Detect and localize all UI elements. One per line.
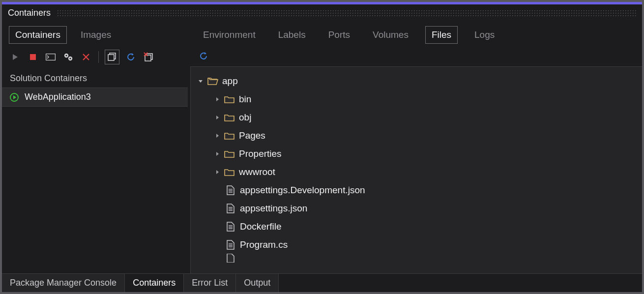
svg-marker-19 [199, 80, 203, 83]
svg-marker-22 [216, 134, 219, 138]
svg-marker-11 [132, 53, 134, 56]
svg-rect-13 [145, 55, 151, 61]
file-icon [225, 254, 236, 263]
tab-containers[interactable]: Containers [9, 26, 67, 44]
file-tree-panel: app bin obj Pages [190, 66, 642, 273]
tree-label: obj [239, 112, 251, 123]
folder-icon [224, 148, 235, 159]
folder-icon [224, 94, 235, 105]
tree-label: app [222, 76, 238, 87]
tree-file-dockerfile[interactable]: Dockerfile [195, 217, 638, 235]
container-item-label: WebApplication3 [25, 92, 91, 102]
bottom-tab-output[interactable]: Output [236, 274, 279, 292]
file-tree[interactable]: app bin obj Pages [191, 67, 642, 267]
containers-tool-window: Containers Containers Images [2, 2, 642, 292]
caret-right-icon[interactable] [214, 133, 220, 138]
folder-icon [224, 112, 235, 123]
tab-ports[interactable]: Ports [322, 27, 356, 43]
right-panel: Environment Labels Ports Volumes Files L… [188, 21, 642, 273]
tree-folder-pages[interactable]: Pages [195, 126, 638, 145]
tree-folder-wwwroot[interactable]: wwwroot [195, 163, 638, 181]
tree-label: appsettings.Development.json [240, 185, 365, 196]
svg-marker-17 [13, 95, 16, 99]
tree-folder-obj[interactable]: obj [195, 108, 638, 126]
tree-folder-bin[interactable]: bin [195, 90, 638, 108]
container-list: WebApplication3 [2, 88, 188, 273]
file-icon [225, 221, 236, 232]
tree-file-appsettings-dev[interactable]: appsettings.Development.json [195, 181, 638, 199]
content-toolbar [188, 48, 642, 66]
tree-label: appsettings.json [240, 203, 307, 214]
refresh-icon[interactable] [124, 51, 137, 63]
caret-right-icon[interactable] [214, 170, 220, 175]
folder-icon [224, 167, 235, 177]
file-icon [225, 239, 236, 250]
tree-file-truncated[interactable] [195, 254, 638, 263]
terminal-icon[interactable] [44, 51, 57, 63]
caret-right-icon[interactable] [214, 97, 220, 102]
content-tabs: Environment Labels Ports Volumes Files L… [188, 21, 642, 48]
tab-logs[interactable]: Logs [468, 27, 500, 43]
panel-title: Containers [8, 8, 51, 18]
tab-volumes[interactable]: Volumes [367, 27, 414, 43]
bottom-tab-strip: Package Manager Console Containers Error… [2, 273, 642, 292]
tab-labels[interactable]: Labels [272, 27, 312, 43]
windows-icon[interactable] [105, 50, 119, 64]
caret-right-icon[interactable] [214, 151, 220, 156]
bottom-tab-containers[interactable]: Containers [125, 274, 184, 292]
bottom-tab-errorlist[interactable]: Error List [184, 274, 236, 292]
left-panel: Containers Images [2, 21, 188, 273]
left-top-tabs: Containers Images [2, 21, 188, 48]
start-icon[interactable] [9, 51, 22, 63]
tree-label: wwwroot [239, 167, 275, 177]
panel-titlebar[interactable]: Containers [2, 4, 642, 21]
folder-open-icon [207, 76, 218, 87]
svg-marker-18 [205, 52, 206, 55]
solution-containers-header: Solution Containers [2, 68, 188, 88]
toolbar-separator [98, 51, 99, 63]
tree-file-program[interactable]: Program.cs [195, 235, 638, 254]
tree-label: bin [239, 94, 251, 105]
tree-label: Program.cs [240, 239, 288, 250]
tree-folder-properties[interactable]: Properties [195, 145, 638, 163]
file-icon [225, 185, 236, 196]
tree-label: Properties [239, 148, 282, 159]
left-toolbar [2, 48, 188, 68]
tree-file-appsettings[interactable]: appsettings.json [195, 199, 638, 217]
tab-files[interactable]: Files [425, 26, 458, 44]
svg-marker-0 [13, 54, 18, 60]
caret-down-icon[interactable] [198, 79, 204, 84]
delete-icon[interactable] [80, 51, 92, 63]
svg-marker-23 [216, 152, 219, 156]
tree-label: Pages [239, 130, 265, 141]
remove-windows-icon[interactable] [142, 51, 155, 63]
svg-point-4 [65, 55, 67, 56]
svg-rect-2 [46, 54, 56, 60]
tab-images[interactable]: Images [75, 27, 117, 43]
stop-icon[interactable] [27, 51, 39, 63]
container-item-webapplication3[interactable]: WebApplication3 [2, 88, 188, 107]
refresh-files-icon[interactable] [197, 50, 210, 62]
file-icon [225, 203, 236, 214]
svg-marker-20 [216, 97, 219, 101]
caret-right-icon[interactable] [214, 115, 220, 120]
folder-icon [224, 130, 235, 141]
bottom-tab-pmc[interactable]: Package Manager Console [2, 274, 125, 292]
svg-rect-10 [108, 55, 114, 60]
svg-marker-21 [216, 116, 219, 119]
tree-folder-app[interactable]: app [195, 72, 638, 90]
running-status-icon [10, 93, 19, 102]
svg-point-6 [69, 58, 71, 59]
tab-environment[interactable]: Environment [197, 27, 262, 43]
svg-rect-1 [30, 54, 36, 60]
gears-icon[interactable] [62, 51, 75, 63]
titlebar-grip[interactable] [57, 9, 636, 16]
svg-marker-24 [216, 170, 219, 174]
tree-label: Dockerfile [240, 221, 281, 232]
